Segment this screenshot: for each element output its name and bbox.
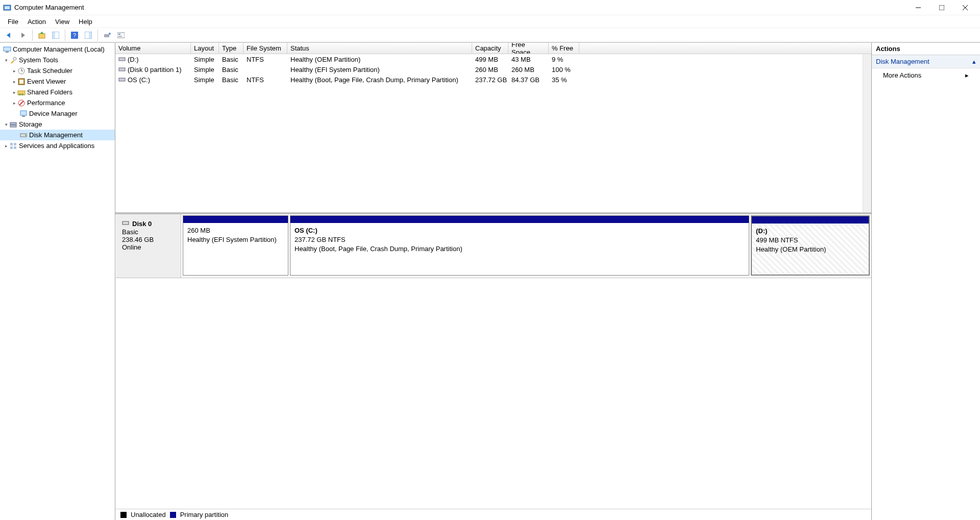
- actions-more-actions[interactable]: More Actions ▸: [872, 68, 980, 82]
- actions-section-disk-management[interactable]: Disk Management ▴: [872, 55, 980, 68]
- help-button[interactable]: ?: [68, 30, 81, 41]
- tree-item-performance[interactable]: ▸ Performance: [0, 97, 115, 108]
- scrollbar[interactable]: [863, 54, 871, 212]
- svg-rect-39: [10, 146, 13, 149]
- partition-stripe: [183, 216, 288, 223]
- legend-primary: Primary partition: [180, 511, 229, 518]
- svg-rect-16: [118, 34, 120, 35]
- tree-item-label: Performance: [27, 99, 65, 107]
- chevron-right-icon: ▸: [965, 71, 969, 79]
- chevron-right-icon[interactable]: ▸: [11, 68, 17, 73]
- svg-rect-3: [939, 5, 944, 10]
- menu-help[interactable]: Help: [74, 16, 97, 27]
- partition-stripe: [290, 216, 749, 223]
- disk-management-pane: Volume Layout Type File System Status Ca…: [115, 43, 872, 520]
- partition[interactable]: OS (C:)237.72 GB NTFSHealthy (Boot, Page…: [290, 215, 749, 276]
- app-icon: [3, 4, 11, 12]
- folder-share-icon: [17, 88, 26, 96]
- volume-row[interactable]: (D:)SimpleBasicNTFSHealthy (OEM Partitio…: [115, 54, 871, 64]
- legend: Unallocated Primary partition: [115, 509, 871, 520]
- partition[interactable]: 260 MBHealthy (EFI System Partition): [183, 215, 288, 276]
- minimize-button[interactable]: [906, 0, 930, 15]
- svg-rect-8: [53, 32, 55, 38]
- svg-rect-43: [119, 78, 125, 81]
- menu-action[interactable]: Action: [23, 16, 51, 27]
- actions-more-label: More Actions: [883, 71, 921, 79]
- svg-rect-42: [119, 68, 125, 71]
- tree-item-storage[interactable]: ▾ Storage: [0, 119, 115, 130]
- swatch-unallocated: [120, 512, 127, 518]
- menu-file[interactable]: File: [3, 16, 23, 27]
- tree-item-shared-folders[interactable]: ▸ Shared Folders: [0, 87, 115, 97]
- tree-item-label: Task Scheduler: [27, 67, 72, 75]
- svg-text:?: ?: [73, 32, 76, 38]
- chevron-down-icon[interactable]: ▾: [3, 122, 9, 127]
- disk-state: Online: [122, 243, 175, 251]
- col-status[interactable]: Status: [287, 43, 472, 54]
- tree-root[interactable]: Computer Management (Local): [0, 44, 115, 55]
- svg-rect-17: [118, 36, 122, 37]
- col-spacer: [579, 43, 871, 54]
- partition[interactable]: (D:)499 MB NTFSHealthy (OEM Partition): [751, 215, 870, 276]
- volume-row[interactable]: OS (C:)SimpleBasicNTFSHealthy (Boot, Pag…: [115, 75, 871, 85]
- svg-rect-34: [10, 125, 16, 127]
- refresh-button[interactable]: [101, 30, 113, 41]
- navigation-tree[interactable]: Computer Management (Local) ▾ System Too…: [0, 43, 115, 520]
- col-type[interactable]: Type: [219, 43, 243, 54]
- tree-item-task-scheduler[interactable]: ▸ Task Scheduler: [0, 65, 115, 76]
- tree-item-label: Shared Folders: [27, 88, 72, 96]
- show-hide-actions-button[interactable]: [82, 30, 94, 41]
- col-capacity[interactable]: Capacity: [472, 43, 508, 54]
- close-button[interactable]: [953, 0, 977, 15]
- collapse-icon: ▴: [972, 58, 976, 65]
- actions-section-label: Disk Management: [876, 58, 929, 65]
- performance-icon: [17, 99, 26, 107]
- forward-button[interactable]: [17, 30, 29, 41]
- partition-stripe: [752, 216, 869, 224]
- tree-item-label: System Tools: [19, 56, 58, 64]
- chevron-right-icon[interactable]: ▸: [11, 90, 17, 95]
- svg-rect-12: [89, 32, 91, 38]
- disk-row[interactable]: Disk 0 Basic 238.46 GB Online 260 MBHeal…: [115, 214, 871, 278]
- disk-type: Basic: [122, 228, 175, 236]
- book-icon: [17, 78, 26, 86]
- show-hide-tree-button[interactable]: [50, 30, 62, 41]
- disk-graphics[interactable]: Disk 0 Basic 238.46 GB Online 260 MBHeal…: [115, 214, 871, 509]
- col-filesystem[interactable]: File System: [243, 43, 287, 54]
- col-freespace[interactable]: Free Space: [508, 43, 549, 54]
- tree-item-event-viewer[interactable]: ▸ Event Viewer: [0, 76, 115, 87]
- svg-rect-19: [6, 52, 9, 53]
- actions-title: Actions: [872, 43, 980, 55]
- svg-rect-40: [14, 146, 16, 149]
- svg-point-14: [109, 33, 111, 35]
- up-button[interactable]: [36, 30, 48, 41]
- chevron-right-icon[interactable]: ▸: [11, 79, 17, 84]
- svg-rect-1: [5, 6, 10, 9]
- tree-item-device-manager[interactable]: Device Manager: [0, 108, 115, 119]
- volume-row[interactable]: (Disk 0 partition 1)SimpleBasicHealthy (…: [115, 64, 871, 75]
- volume-list[interactable]: Volume Layout Type File System Status Ca…: [115, 43, 871, 214]
- tree-item-system-tools[interactable]: ▾ System Tools: [0, 55, 115, 65]
- back-button[interactable]: [3, 30, 15, 41]
- chevron-right-icon[interactable]: ▸: [3, 143, 9, 148]
- services-icon: [9, 142, 17, 150]
- tree-item-services-applications[interactable]: ▸ Services and Applications: [0, 140, 115, 151]
- toolbar-sep: [32, 30, 33, 41]
- col-pctfree[interactable]: % Free: [549, 43, 579, 54]
- tree-item-label: Event Viewer: [27, 78, 66, 85]
- svg-rect-25: [19, 80, 23, 84]
- tree-item-disk-management[interactable]: Disk Management: [0, 130, 115, 140]
- maximize-button[interactable]: [930, 0, 953, 15]
- tree-item-label: Storage: [19, 120, 42, 128]
- chevron-down-icon[interactable]: ▾: [3, 58, 9, 63]
- chevron-right-icon[interactable]: ▸: [11, 101, 17, 106]
- disk-info[interactable]: Disk 0 Basic 238.46 GB Online: [116, 214, 181, 278]
- svg-rect-15: [117, 33, 125, 38]
- window-title: Computer Management: [14, 4, 84, 11]
- col-volume[interactable]: Volume: [115, 43, 191, 54]
- svg-point-36: [25, 135, 26, 136]
- menu-view[interactable]: View: [51, 16, 74, 27]
- col-layout[interactable]: Layout: [191, 43, 219, 54]
- settings-button[interactable]: [115, 30, 127, 41]
- svg-rect-41: [119, 58, 125, 61]
